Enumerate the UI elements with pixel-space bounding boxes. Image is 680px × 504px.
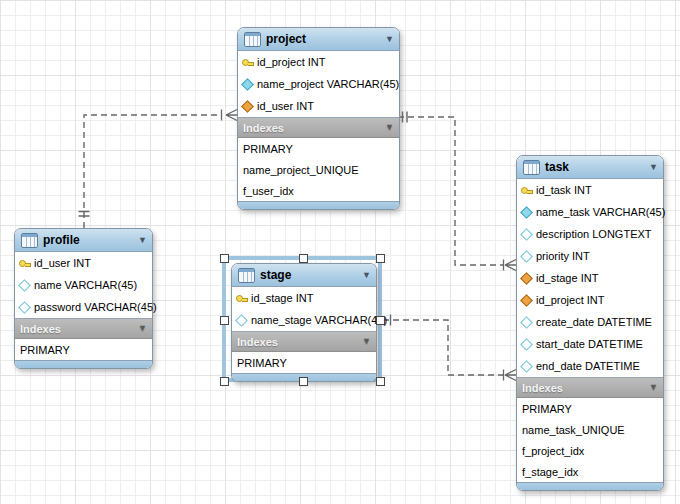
index-row[interactable]: name_task_UNIQUE <box>517 419 663 440</box>
table-header[interactable]: stage ▼ <box>232 264 376 287</box>
column-text: id_project INT <box>257 56 325 68</box>
index-row[interactable]: name_project_UNIQUE <box>238 159 399 180</box>
diamond-hollow-icon <box>520 360 533 372</box>
column-row[interactable]: name_stage VARCHAR(45) <box>232 309 376 331</box>
diamond-fk-icon <box>520 272 533 284</box>
collapse-arrow-icon[interactable]: ▼ <box>362 337 371 346</box>
diamond-fk-icon <box>520 294 533 306</box>
selection-handle-middle-left[interactable] <box>220 316 229 325</box>
column-text: password VARCHAR(45) <box>34 301 157 313</box>
diamond-hollow-icon <box>520 228 533 240</box>
column-row[interactable]: id_stage INT <box>517 267 663 289</box>
column-text: description LONGTEXT <box>536 228 652 240</box>
selection-handle-top-middle[interactable] <box>299 254 308 263</box>
relationship-profile-project[interactable] <box>79 110 238 229</box>
collapse-arrow-icon[interactable]: ▼ <box>385 123 394 132</box>
collapse-arrow-icon[interactable]: ▼ <box>649 163 658 172</box>
relationship-project-task[interactable] <box>398 112 516 271</box>
indexes-label: Indexes <box>522 382 563 394</box>
index-list: PRIMARY <box>232 352 376 373</box>
selection-handle-bottom-right[interactable] <box>376 377 385 386</box>
table-icon <box>523 160 540 175</box>
column-row[interactable]: name VARCHAR(45) <box>15 274 152 296</box>
key-icon <box>241 56 254 68</box>
column-text: id_task INT <box>536 184 592 196</box>
column-text: id_stage INT <box>536 272 598 284</box>
table-project[interactable]: project ▼ id_project INTname_project VAR… <box>237 27 400 210</box>
selection-handle-bottom-left[interactable] <box>220 377 229 386</box>
column-text: start_date DATETIME <box>536 338 643 350</box>
diamond-fk-icon <box>241 100 254 112</box>
column-row[interactable]: id_project INT <box>238 51 399 73</box>
table-icon <box>244 32 261 47</box>
indexes-header[interactable]: Indexes ▼ <box>238 117 399 138</box>
column-row[interactable]: id_user INT <box>15 252 152 274</box>
table-icon <box>21 233 38 248</box>
column-row[interactable]: password VARCHAR(45) <box>15 296 152 318</box>
index-row[interactable]: f_stage_idx <box>517 461 663 482</box>
column-list: id_task INTname_task VARCHAR(45)descript… <box>517 179 663 377</box>
column-text: id_user INT <box>257 100 314 112</box>
column-text: id_project INT <box>536 294 604 306</box>
selection-handle-top-left[interactable] <box>220 254 229 263</box>
column-row[interactable]: id_task INT <box>517 179 663 201</box>
eer-diagram-canvas[interactable]: project ▼ id_project INTname_project VAR… <box>0 0 680 504</box>
indexes-label: Indexes <box>243 122 284 134</box>
index-list: PRIMARYname_project_UNIQUEf_user_idx <box>238 138 399 201</box>
column-row[interactable]: id_user INT <box>238 95 399 117</box>
table-footer <box>238 201 399 209</box>
table-stage[interactable]: stage ▼ id_stage INTname_stage VARCHAR(4… <box>231 263 377 382</box>
collapse-arrow-icon[interactable]: ▼ <box>649 383 658 392</box>
selection-handle-top-right[interactable] <box>376 254 385 263</box>
index-row[interactable]: PRIMARY <box>517 398 663 419</box>
column-text: id_stage INT <box>251 292 313 304</box>
key-icon <box>18 257 31 269</box>
table-header[interactable]: profile ▼ <box>15 229 152 252</box>
collapse-arrow-icon[interactable]: ▼ <box>362 271 371 280</box>
index-list: PRIMARY <box>15 339 152 360</box>
column-row[interactable]: id_stage INT <box>232 287 376 309</box>
column-row[interactable]: name_project VARCHAR(45) <box>238 73 399 95</box>
column-text: create_date DATETIME <box>536 316 652 328</box>
table-footer <box>15 360 152 368</box>
column-text: id_user INT <box>34 257 91 269</box>
selection-handle-middle-right[interactable] <box>376 316 385 325</box>
key-icon <box>520 184 533 196</box>
index-row[interactable]: f_project_idx <box>517 440 663 461</box>
table-task[interactable]: task ▼ id_task INTname_task VARCHAR(45)d… <box>516 155 664 491</box>
diamond-hollow-icon <box>520 316 533 328</box>
table-header[interactable]: project ▼ <box>238 28 399 51</box>
table-header[interactable]: task ▼ <box>517 156 663 179</box>
table-title: stage <box>260 268 291 282</box>
column-row[interactable]: name_task VARCHAR(45) <box>517 201 663 223</box>
column-row[interactable]: end_date DATETIME <box>517 355 663 377</box>
index-row[interactable]: PRIMARY <box>238 138 399 159</box>
table-title: profile <box>43 233 80 247</box>
column-row[interactable]: description LONGTEXT <box>517 223 663 245</box>
indexes-header[interactable]: Indexes ▼ <box>15 318 152 339</box>
relationship-stage-task[interactable] <box>383 315 516 381</box>
collapse-arrow-icon[interactable]: ▼ <box>138 236 147 245</box>
table-profile[interactable]: profile ▼ id_user INTname VARCHAR(45)pas… <box>14 228 153 369</box>
cardinality-one-marker <box>403 112 408 123</box>
column-row[interactable]: id_project INT <box>517 289 663 311</box>
index-row[interactable]: PRIMARY <box>15 339 152 360</box>
crow-foot-marker <box>504 370 517 381</box>
column-row[interactable]: create_date DATETIME <box>517 311 663 333</box>
table-icon <box>238 268 255 283</box>
indexes-label: Indexes <box>237 336 278 348</box>
index-row[interactable]: f_user_idx <box>238 180 399 201</box>
column-row[interactable]: priority INT <box>517 245 663 267</box>
index-list: PRIMARYname_task_UNIQUEf_project_idxf_st… <box>517 398 663 482</box>
indexes-header[interactable]: Indexes ▼ <box>517 377 663 398</box>
table-title: task <box>545 160 569 174</box>
column-list: id_stage INTname_stage VARCHAR(45) <box>232 287 376 331</box>
diamond-filled-icon <box>241 78 254 90</box>
column-row[interactable]: start_date DATETIME <box>517 333 663 355</box>
column-text: name_task VARCHAR(45) <box>536 206 665 218</box>
collapse-arrow-icon[interactable]: ▼ <box>385 35 394 44</box>
selection-handle-bottom-middle[interactable] <box>299 377 308 386</box>
collapse-arrow-icon[interactable]: ▼ <box>138 324 147 333</box>
indexes-header[interactable]: Indexes ▼ <box>232 331 376 352</box>
index-row[interactable]: PRIMARY <box>232 352 376 373</box>
